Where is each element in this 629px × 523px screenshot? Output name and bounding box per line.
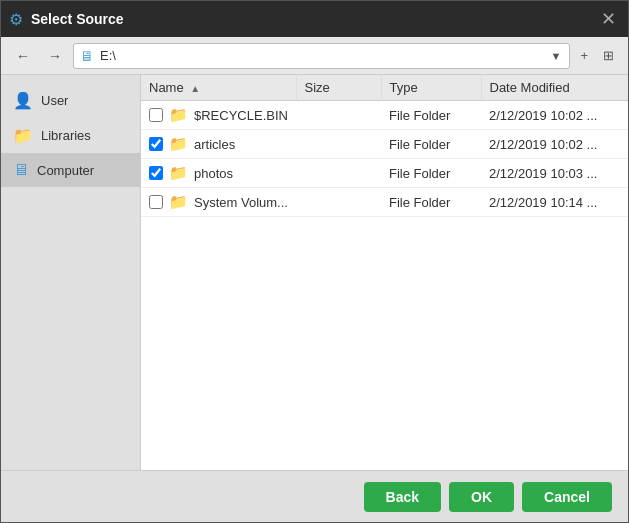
table-header-row: Name ▲ Size Type Date Modified (141, 75, 628, 101)
toolbar: ← → 🖥 E:\ ▼ + ⊞ (1, 37, 628, 75)
select-source-dialog: ⚙ Select Source ✕ ← → 🖥 E:\ ▼ + ⊞ 👤 User… (0, 0, 629, 523)
file-name: articles (194, 137, 235, 152)
path-bar: 🖥 E:\ ▼ (73, 43, 570, 69)
sidebar-item-user[interactable]: 👤 User (1, 83, 140, 118)
file-pane: Name ▲ Size Type Date Modified (141, 75, 628, 470)
path-dropdown-button[interactable]: ▼ (549, 50, 564, 62)
file-date: 2/12/2019 10:03 ... (481, 159, 628, 188)
sidebar-label-libraries: Libraries (41, 128, 91, 143)
libraries-icon: 📁 (13, 126, 33, 145)
sidebar-label-computer: Computer (37, 163, 94, 178)
folder-icon: 📁 (169, 106, 188, 124)
folder-icon: 📁 (169, 135, 188, 153)
table-row[interactable]: 📁$RECYCLE.BINFile Folder2/12/2019 10:02 … (141, 101, 628, 130)
file-name: System Volum... (194, 195, 288, 210)
file-size (296, 130, 381, 159)
sidebar-item-computer[interactable]: 🖥 Computer (1, 153, 140, 187)
folder-icon: 📁 (169, 164, 188, 182)
row-checkbox-4[interactable] (149, 195, 163, 209)
back-footer-button[interactable]: Back (364, 482, 441, 512)
table-row[interactable]: 📁System Volum...File Folder2/12/2019 10:… (141, 188, 628, 217)
table-row[interactable]: 📁articlesFile Folder2/12/2019 10:02 ... (141, 130, 628, 159)
dialog-title: Select Source (31, 11, 124, 27)
file-date: 2/12/2019 10:02 ... (481, 130, 628, 159)
file-type: File Folder (381, 130, 481, 159)
file-date: 2/12/2019 10:02 ... (481, 101, 628, 130)
dialog-icon: ⚙ (9, 10, 23, 29)
titlebar: ⚙ Select Source ✕ (1, 1, 628, 37)
close-button[interactable]: ✕ (597, 8, 620, 30)
row-checkbox-1[interactable] (149, 108, 163, 122)
row-checkbox-3[interactable] (149, 166, 163, 180)
file-name: $RECYCLE.BIN (194, 108, 288, 123)
table-row[interactable]: 📁photosFile Folder2/12/2019 10:03 ... (141, 159, 628, 188)
sort-arrow-name: ▲ (190, 83, 200, 94)
row-checkbox-2[interactable] (149, 137, 163, 151)
titlebar-left: ⚙ Select Source (9, 10, 124, 29)
file-type: File Folder (381, 101, 481, 130)
computer-icon: 🖥 (13, 161, 29, 179)
forward-button[interactable]: → (41, 44, 69, 68)
file-table: Name ▲ Size Type Date Modified (141, 75, 628, 470)
file-type: File Folder (381, 188, 481, 217)
file-name: photos (194, 166, 233, 181)
col-header-name[interactable]: Name ▲ (141, 75, 296, 101)
file-type: File Folder (381, 159, 481, 188)
footer: Back OK Cancel (1, 470, 628, 522)
new-folder-button[interactable]: + (574, 44, 594, 67)
file-date: 2/12/2019 10:14 ... (481, 188, 628, 217)
file-size (296, 159, 381, 188)
folder-icon: 📁 (169, 193, 188, 211)
user-icon: 👤 (13, 91, 33, 110)
cancel-button[interactable]: Cancel (522, 482, 612, 512)
path-text: E:\ (100, 48, 543, 63)
file-size (296, 188, 381, 217)
back-button[interactable]: ← (9, 44, 37, 68)
col-header-type[interactable]: Type (381, 75, 481, 101)
main-area: 👤 User 📁 Libraries 🖥 Computer Name (1, 75, 628, 470)
col-header-date[interactable]: Date Modified (481, 75, 628, 101)
ok-button[interactable]: OK (449, 482, 514, 512)
toolbar-right: + ⊞ (574, 44, 620, 67)
view-toggle-button[interactable]: ⊞ (597, 44, 620, 67)
sidebar: 👤 User 📁 Libraries 🖥 Computer (1, 75, 141, 470)
sidebar-label-user: User (41, 93, 68, 108)
sidebar-item-libraries[interactable]: 📁 Libraries (1, 118, 140, 153)
path-drive-icon: 🖥 (80, 48, 94, 64)
col-header-size[interactable]: Size (296, 75, 381, 101)
file-size (296, 101, 381, 130)
